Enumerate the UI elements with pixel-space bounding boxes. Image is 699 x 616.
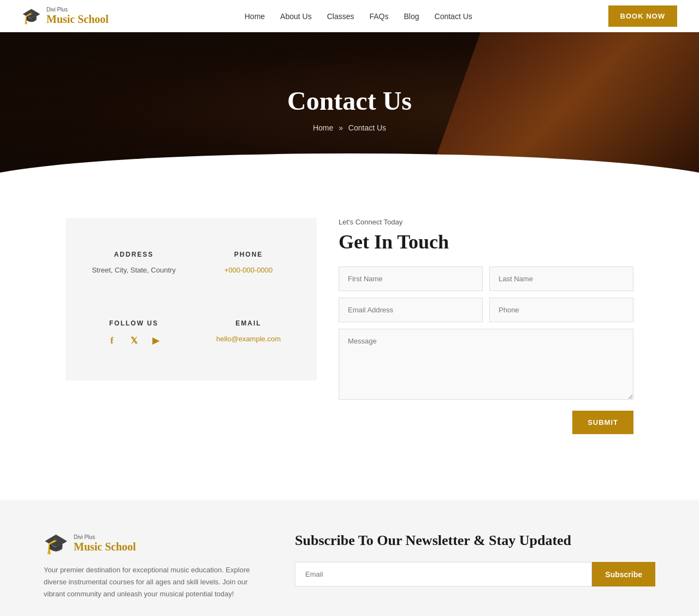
footer: 🎓 Divi Plus Music School Your premier de… [0, 500, 699, 616]
phone-input[interactable] [489, 298, 633, 322]
nav-blog[interactable]: Blog [404, 12, 419, 21]
phone-block: PHONE +000-000-0000 [197, 240, 300, 287]
facebook-icon[interactable]: f [105, 334, 119, 348]
contact-row [339, 298, 633, 322]
newsletter-email-input[interactable] [295, 562, 592, 587]
phone-label: PHONE [202, 251, 295, 258]
footer-top: 🎓 Divi Plus Music School Your premier de… [44, 532, 655, 600]
info-card: ADDRESS Street, City, State, Country PHO… [66, 218, 317, 381]
contact-form: SUBMIT [339, 266, 633, 434]
footer-brand-small: Divi Plus [74, 535, 136, 540]
address-value: Street, City, State, Country [87, 265, 180, 276]
breadcrumb: Home » Contact Us [313, 123, 386, 132]
submit-button[interactable]: SUBMIT [572, 411, 633, 434]
social-icons: f 𝕏 ▶ [87, 334, 180, 348]
hero-guitar-bg [426, 32, 699, 185]
logo-link[interactable]: 🎓 Divi Plus Music School [22, 7, 109, 26]
message-input[interactable] [339, 329, 633, 400]
main-content: ADDRESS Street, City, State, Country PHO… [22, 185, 677, 467]
logo-brand-small: Divi Plus [46, 7, 109, 13]
nav-contact[interactable]: Contact Us [435, 12, 472, 21]
address-label: ADDRESS [87, 251, 180, 258]
follow-block: FOLLOW US f 𝕏 ▶ [82, 309, 186, 359]
footer-brand-main: Music School [74, 540, 136, 553]
hero-section: Contact Us Home » Contact Us [0, 32, 699, 185]
form-label-small: Let's Connect Today [339, 218, 633, 226]
last-name-input[interactable] [489, 266, 633, 291]
email-block: EMAIL hello@example.com [197, 309, 300, 359]
twitter-x-icon[interactable]: 𝕏 [127, 334, 141, 348]
breadcrumb-separator: » [339, 123, 343, 132]
nav-home[interactable]: Home [245, 12, 265, 21]
footer-newsletter: Subscribe To Our Newsletter & Stay Updat… [295, 532, 655, 600]
first-name-input[interactable] [339, 266, 483, 291]
breadcrumb-current: Contact Us [348, 123, 386, 132]
nav-links: Home About Us Classes FAQs Blog Contact … [245, 11, 472, 21]
email-value: hello@example.com [202, 334, 295, 345]
address-block: ADDRESS Street, City, State, Country [82, 240, 186, 287]
logo-icon: 🎓 [22, 7, 41, 25]
footer-brand: 🎓 Divi Plus Music School Your premier de… [44, 532, 251, 600]
logo-brand-main: Music School [46, 13, 109, 26]
newsletter-row: Subscribe [295, 562, 655, 587]
breadcrumb-home[interactable]: Home [313, 123, 333, 132]
follow-label: FOLLOW US [87, 319, 180, 327]
navbar: 🎓 Divi Plus Music School Home About Us C… [0, 0, 699, 32]
subscribe-button[interactable]: Subscribe [592, 562, 655, 587]
nav-about[interactable]: About Us [280, 12, 312, 21]
form-title: Get In Touch [339, 230, 633, 253]
email-input[interactable] [339, 298, 483, 322]
newsletter-title: Subscribe To Our Newsletter & Stay Updat… [295, 532, 655, 549]
email-label: EMAIL [202, 319, 295, 327]
nav-classes[interactable]: Classes [327, 12, 354, 21]
youtube-icon[interactable]: ▶ [149, 334, 163, 348]
hero-title: Contact Us [287, 86, 412, 116]
name-row [339, 266, 633, 291]
contact-form-section: Let's Connect Today Get In Touch SUBMIT [339, 218, 633, 434]
footer-logo: 🎓 Divi Plus Music School [44, 532, 251, 555]
nav-faqs[interactable]: FAQs [369, 12, 388, 21]
book-now-button[interactable]: BOOK NOW [608, 5, 677, 27]
phone-value: +000-000-0000 [202, 265, 295, 276]
footer-logo-text: Divi Plus Music School [74, 535, 136, 553]
footer-logo-icon: 🎓 [44, 532, 68, 555]
footer-description: Your premier destination for exceptional… [44, 564, 251, 600]
logo-text: Divi Plus Music School [46, 7, 109, 26]
